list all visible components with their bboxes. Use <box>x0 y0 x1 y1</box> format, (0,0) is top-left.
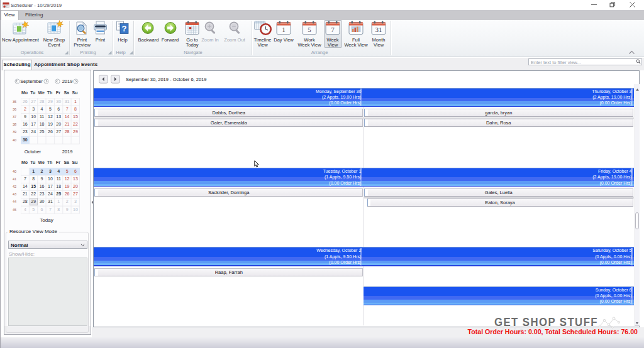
svg-text:31: 31 <box>375 25 382 33</box>
svg-text:?: ? <box>122 24 127 33</box>
svg-text:1: 1 <box>282 25 286 33</box>
svg-text:7: 7 <box>331 25 335 33</box>
svg-text:5: 5 <box>308 25 311 33</box>
svg-text:GET SHOP STUFF: GET SHOP STUFF <box>494 316 598 329</box>
